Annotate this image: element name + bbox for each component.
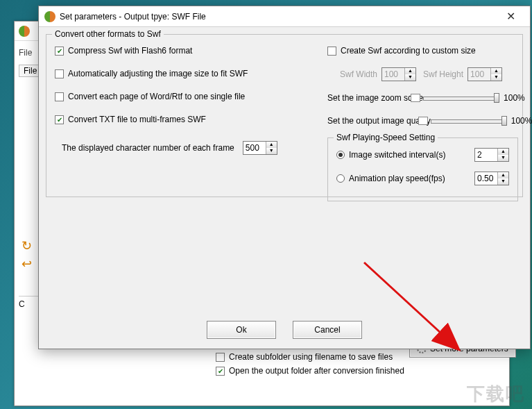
compress-label: Compress Swf with Flash6 format [68, 46, 192, 56]
zoom-slider[interactable] [423, 92, 499, 104]
interval-radio[interactable] [336, 151, 345, 159]
swf-width-input [382, 68, 404, 81]
dialog-title: Set parameters - Output tpye: SWF File [60, 12, 206, 22]
spin-up-icon[interactable]: ▲ [266, 142, 277, 148]
slider-thumb[interactable] [501, 116, 507, 126]
menu-file[interactable]: File [19, 48, 32, 58]
playing-speed-legend: Swf Playing-Speed Setting [334, 133, 438, 142]
dialog-button-bar: Ok Cancel [39, 321, 530, 339]
swf-height-input [468, 68, 490, 81]
swf-height-label: Swf Height [423, 69, 463, 79]
custom-size-checkbox[interactable] [327, 47, 336, 56]
dialog-titlebar[interactable]: Set parameters - Output tpye: SWF File ✕ [39, 6, 530, 27]
swf-width-spinner: ▲▼ [381, 67, 416, 81]
zoom-percent: 100% [504, 93, 525, 103]
left-action-icons: ↻ ↩ [22, 238, 32, 274]
compress-checkbox[interactable] [55, 47, 64, 56]
convert-txt-checkbox[interactable] [55, 115, 64, 124]
app-icon [19, 26, 30, 37]
zoom-label: Set the image zoom scale [327, 93, 423, 103]
fps-radio[interactable] [336, 174, 345, 183]
swf-height-spinner: ▲▼ [467, 67, 502, 81]
playing-speed-groupbox: Swf Playing-Speed Setting Image switched… [327, 137, 518, 201]
convert-group-legend: Convert other formats to Swf [52, 29, 164, 39]
create-subfolder-label: Create subfolder using filename to save … [229, 352, 393, 362]
swap-up-icon[interactable]: ↻ [22, 238, 32, 253]
char-num-spinner[interactable]: ▲▼ [243, 141, 277, 155]
slider-min-icon [418, 117, 428, 125]
spin-down-icon[interactable]: ▼ [266, 148, 277, 154]
swf-width-label: Swf Width [340, 69, 377, 79]
char-num-input[interactable] [243, 142, 266, 154]
ok-button[interactable]: Ok [207, 321, 276, 339]
open-output-label: Open the output folder after conversion … [229, 366, 404, 376]
interval-label: Image switched interval(s) [349, 150, 445, 160]
slider-min-icon [411, 94, 420, 102]
watermark-text: 下载吧 [467, 382, 525, 406]
auto-adjust-checkbox[interactable] [55, 69, 64, 78]
quality-slider[interactable] [431, 115, 507, 127]
auto-adjust-label: Automatically adjusting the image size t… [68, 69, 248, 78]
dialog-icon [44, 11, 55, 22]
set-parameters-dialog: Set parameters - Output tpye: SWF File ✕… [38, 6, 531, 349]
each-page-label: Convert each page of Word/Rtf to one sin… [68, 92, 245, 101]
fps-spinner[interactable]: ▲▼ [474, 172, 509, 185]
convert-txt-label: Convert TXT file to multi-frames SWF [68, 115, 206, 124]
interval-input[interactable] [475, 149, 497, 161]
fps-input[interactable] [475, 172, 497, 185]
c-label: C [19, 296, 40, 309]
convert-groupbox: Convert other formats to Swf Compress Sw… [46, 34, 523, 197]
open-output-checkbox[interactable] [216, 367, 225, 376]
cancel-button[interactable]: Cancel [293, 321, 362, 339]
quality-percent: 100% [511, 116, 532, 126]
fps-label: Animation play speed(fps) [349, 174, 445, 183]
custom-size-label: Create Swf according to custom size [341, 46, 476, 56]
slider-thumb[interactable] [494, 93, 499, 103]
char-num-label: The displayed character number of each f… [62, 143, 234, 153]
swap-down-icon[interactable]: ↩ [22, 256, 32, 272]
close-button[interactable]: ✕ [497, 8, 524, 24]
each-page-checkbox[interactable] [55, 92, 64, 101]
create-subfolder-checkbox[interactable] [216, 353, 225, 362]
interval-spinner[interactable]: ▲▼ [474, 148, 509, 162]
quality-label: Set the output image quality [327, 116, 431, 126]
